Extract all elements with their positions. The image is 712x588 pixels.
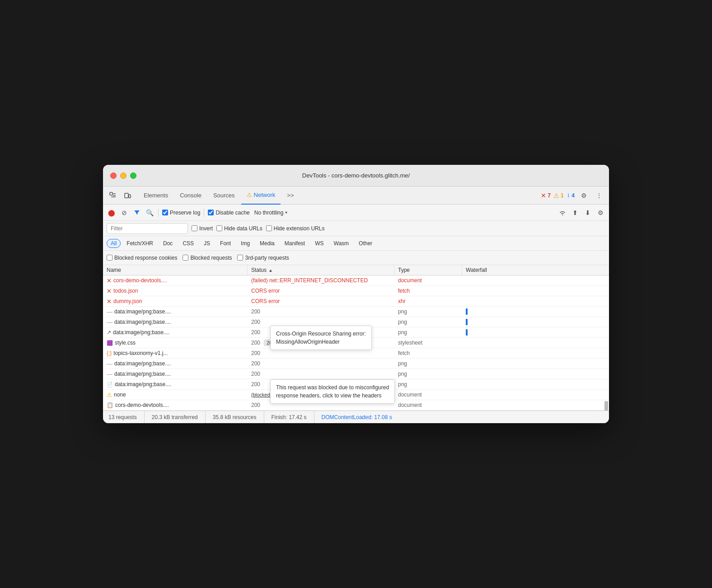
hide-data-urls-checkbox[interactable]	[216, 225, 222, 231]
type-btn-font[interactable]: Font	[216, 239, 235, 248]
table-row[interactable]: — data:image/png;base.... 200 png	[103, 317, 609, 327]
table-row[interactable]: 📋 cors-demo-devtools.... 200 document	[103, 400, 609, 411]
network-table-container: Name Status ▲ Type Waterfall ✕ cors-demo…	[103, 265, 609, 411]
info-count-badge: i 4	[567, 192, 575, 199]
col-status-header[interactable]: Status ▲	[248, 265, 394, 275]
row-type: document	[394, 400, 462, 410]
table-row[interactable]: 📄 data:image/png;base.... 200 png This r…	[103, 379, 609, 390]
separator-2	[204, 209, 204, 217]
invert-checkbox[interactable]	[192, 225, 197, 231]
type-btn-js[interactable]: JS	[200, 239, 214, 248]
row-name: {;} topics-taxonomy-v1.j...	[103, 348, 248, 358]
table-row[interactable]: — data:image/png;base.... 200 png	[103, 359, 609, 369]
row-waterfall	[462, 317, 609, 327]
type-btn-other[interactable]: Other	[355, 239, 376, 248]
row-status: CORS error	[248, 296, 394, 306]
blocked-requests-checkbox[interactable]	[183, 255, 188, 261]
col-name-header[interactable]: Name	[103, 265, 248, 275]
download-icon[interactable]: ⬇	[583, 208, 593, 218]
type-btn-media[interactable]: Media	[256, 239, 279, 248]
upload-icon[interactable]: ⬆	[570, 208, 580, 218]
inspect-element-icon[interactable]	[107, 189, 119, 202]
row-status: 200	[248, 307, 394, 317]
maximize-button[interactable]	[130, 173, 136, 179]
hide-extension-urls-checkbox-label[interactable]: Hide extension URLs	[266, 225, 325, 232]
tab-sources[interactable]: Sources	[208, 187, 240, 205]
tab-bar-tools	[107, 189, 134, 202]
devtools-window: DevTools - cors-demo-devtools.glitch.me/…	[103, 165, 609, 423]
col-waterfall-header[interactable]: Waterfall	[462, 265, 609, 275]
row-name: 🟪 style.css	[103, 338, 248, 348]
type-btn-manifest[interactable]: Manifest	[281, 239, 309, 248]
table-row[interactable]: ⚠ none (blocked:NotSameOriginAfterDefaul…	[103, 390, 609, 400]
settings-icon[interactable]: ⚙	[577, 189, 590, 202]
row-status: 200	[248, 317, 394, 327]
preserve-log-label[interactable]: Preserve log	[162, 210, 200, 216]
tab-more[interactable]: >>	[281, 187, 299, 205]
table-row[interactable]: — data:image/png;base.... 200 png	[103, 369, 609, 379]
table-row[interactable]: ↗ data:image/png;base.... 200 png	[103, 327, 609, 338]
type-btn-img[interactable]: Img	[237, 239, 254, 248]
row-status: 200	[248, 359, 394, 369]
type-btn-doc[interactable]: Doc	[159, 239, 177, 248]
type-btn-ws[interactable]: WS	[311, 239, 328, 248]
row-type: stylesheet	[394, 338, 462, 348]
col-type-header[interactable]: Type	[394, 265, 462, 275]
clear-button[interactable]: ⊘	[119, 208, 129, 218]
blocked-requests-label[interactable]: Blocked requests	[183, 255, 232, 261]
table-row[interactable]: {;} topics-taxonomy-v1.j... 200 fetch	[103, 348, 609, 359]
row-type: document	[394, 275, 462, 285]
blocked-response-cookies-label[interactable]: Blocked response cookies	[107, 255, 177, 261]
row-name: ⚠ none	[103, 390, 248, 400]
hide-extension-urls-checkbox[interactable]	[266, 225, 272, 231]
type-btn-fetch-xhr[interactable]: Fetch/XHR	[122, 239, 157, 248]
row-waterfall	[462, 338, 609, 348]
error-icon: ✕	[541, 192, 546, 199]
more-options-icon[interactable]: ⋮	[593, 189, 605, 202]
table-row[interactable]: — data:image/png;base.... 200 png	[103, 307, 609, 317]
type-btn-all[interactable]: All	[107, 239, 121, 248]
type-btn-wasm[interactable]: Wasm	[330, 239, 353, 248]
row-waterfall	[462, 379, 609, 389]
minimize-button[interactable]	[120, 173, 126, 179]
table-row[interactable]: ✕ todos.json CORS error fetch Cross-Orig…	[103, 286, 609, 296]
close-button[interactable]	[110, 173, 117, 179]
disable-cache-checkbox[interactable]	[208, 210, 214, 215]
tab-bar: Elements Console Sources ⚠ Network >> ✕ …	[103, 187, 609, 205]
tab-network[interactable]: ⚠ Network	[241, 187, 281, 205]
table-row[interactable]: ✕ dummy.json CORS error xhr	[103, 296, 609, 307]
network-settings-icon[interactable]: ⚙	[595, 208, 605, 218]
tab-elements[interactable]: Elements	[138, 187, 173, 205]
stop-recording-button[interactable]: ⬤	[107, 208, 117, 218]
warning-count-badge: ⚠ 1	[553, 192, 564, 199]
row-waterfall	[462, 275, 609, 285]
disable-cache-label[interactable]: Disable cache	[208, 210, 249, 216]
preserve-log-checkbox[interactable]	[162, 210, 168, 215]
separator-1	[158, 209, 159, 217]
table-row[interactable]: ✕ cors-demo-devtools.... (failed) net::E…	[103, 275, 609, 286]
status-bar: 13 requests 20.3 kB transferred 35.8 kB …	[103, 411, 609, 423]
table-row[interactable]: 🟪 style.css 200 200 OK stylesheet	[103, 338, 609, 348]
row-name: ✕ todos.json	[103, 286, 248, 296]
row-name: — data:image/png;base....	[103, 369, 248, 379]
row-type: fetch	[394, 348, 462, 358]
wifi-icon[interactable]	[557, 208, 567, 218]
svg-point-3	[562, 215, 563, 215]
tab-bar-right: ✕ 7 ⚠ 1 i 4 ⚙ ⋮	[541, 189, 605, 202]
dom-content-loaded: DOMContentLoaded: 17.08 s	[314, 411, 399, 423]
third-party-requests-checkbox[interactable]	[237, 255, 243, 261]
tab-console[interactable]: Console	[174, 187, 207, 205]
hide-data-urls-checkbox-label[interactable]: Hide data URLs	[216, 225, 262, 232]
row-status: 200	[248, 348, 394, 358]
throttle-dropdown[interactable]: No throttling ▾	[253, 209, 290, 217]
filter-input[interactable]	[107, 223, 188, 234]
search-icon[interactable]: 🔍	[145, 208, 155, 218]
blocked-response-cookies-checkbox[interactable]	[107, 255, 112, 261]
type-btn-css[interactable]: CSS	[178, 239, 198, 248]
invert-checkbox-label[interactable]: Invert	[192, 225, 213, 232]
third-party-requests-label[interactable]: 3rd-party requests	[237, 255, 289, 261]
device-toolbar-icon[interactable]	[121, 189, 134, 202]
info-icon: i	[567, 192, 571, 199]
filter-icon[interactable]	[132, 208, 142, 218]
row-type: png	[394, 317, 462, 327]
